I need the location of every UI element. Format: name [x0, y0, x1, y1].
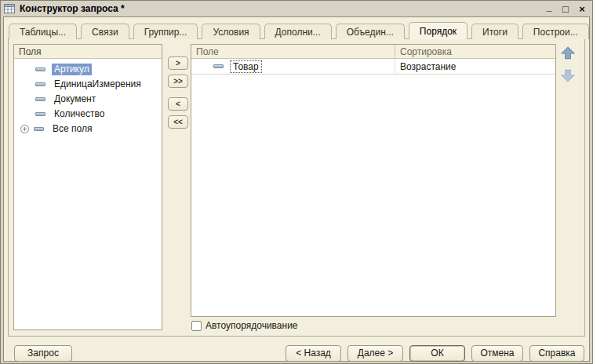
tab-conditions[interactable]: Условия	[202, 24, 260, 39]
move-right-all-button[interactable]: >>	[168, 75, 188, 88]
next-button[interactable]: Далее >	[347, 345, 403, 362]
tab-tables[interactable]: Таблицы...	[9, 24, 77, 39]
arrow-up-icon	[562, 47, 574, 58]
tab-totals[interactable]: Итоги	[471, 24, 518, 39]
maximize-icon[interactable]: □	[560, 3, 571, 15]
order-field-value: Товар	[230, 60, 262, 73]
title-bar: Конструктор запроса * _ □ ×	[1, 1, 592, 16]
field-icon	[35, 67, 45, 71]
order-sort-cell[interactable]: Возрастание	[395, 61, 555, 72]
tab-unions[interactable]: Объедин...	[336, 24, 405, 39]
footer-right-group: < Назад Далее > ОК Отмена Справка	[286, 345, 584, 362]
auto-order-checkbox[interactable]	[191, 321, 202, 331]
footer-bar: Запрос < Назад Далее > ОК Отмена Справка	[14, 345, 584, 362]
close-icon[interactable]: ×	[577, 3, 588, 15]
expand-plus-icon[interactable]	[20, 125, 29, 133]
column-header-field: Поле	[191, 45, 395, 58]
query-button[interactable]: Запрос	[14, 345, 72, 362]
table-row[interactable]: Товар Возрастание	[191, 59, 555, 75]
query-designer-icon	[4, 3, 16, 14]
field-icon	[35, 97, 45, 101]
auto-order-label[interactable]: Автоупорядочивание	[206, 320, 298, 331]
fields-panel: Поля Артикул ЕдиницаИзмерения Документ	[13, 44, 162, 330]
order-field-cell[interactable]: Товар	[191, 59, 395, 74]
list-item-kolichestvo[interactable]: Количество	[14, 107, 162, 122]
move-up-button[interactable]	[560, 46, 576, 61]
tab-additional[interactable]: Дополни...	[264, 24, 332, 39]
list-item-artikul[interactable]: Артикул	[14, 62, 162, 77]
back-button[interactable]: < Назад	[286, 345, 341, 362]
field-icon	[35, 112, 45, 116]
dialog-client-area: Таблицы... Связи Группир... Условия Допо…	[3, 16, 590, 362]
window-title: Конструктор запроса *	[20, 3, 125, 14]
arrow-down-icon	[562, 70, 574, 81]
column-header-sort: Сортировка	[395, 45, 555, 58]
tab-order[interactable]: Порядок	[409, 22, 467, 39]
move-left-button[interactable]: <	[168, 97, 188, 111]
field-icon	[213, 64, 224, 68]
ok-button[interactable]: ОК	[409, 345, 465, 362]
minimize-icon[interactable]: _	[544, 3, 555, 15]
field-icon	[35, 82, 45, 86]
list-item-vse-polya[interactable]: Все поля	[14, 122, 162, 136]
help-button[interactable]: Справка	[529, 345, 584, 362]
fields-panel-header: Поля	[14, 45, 162, 59]
tab-page-order: Поля Артикул ЕдиницаИзмерения Документ	[8, 38, 585, 337]
field-icon	[34, 127, 44, 131]
cancel-button[interactable]: Отмена	[471, 345, 523, 362]
tab-links[interactable]: Связи	[81, 24, 129, 39]
order-table: Поле Сортировка Товар Возрастание	[191, 44, 556, 317]
auto-order-row: Автоупорядочивание	[191, 320, 298, 331]
tab-builder[interactable]: Построи...	[522, 24, 589, 39]
order-table-header: Поле Сортировка	[191, 45, 555, 59]
move-right-button[interactable]: >	[168, 56, 188, 70]
window-controls: _ □ ×	[544, 3, 588, 15]
query-designer-window: Конструктор запроса * _ □ × Таблицы... С…	[0, 0, 593, 364]
move-down-button[interactable]	[560, 67, 576, 83]
list-item-edinica[interactable]: ЕдиницаИзмерения	[14, 77, 162, 92]
tab-bar: Таблицы... Связи Группир... Условия Допо…	[9, 22, 593, 39]
move-left-all-button[interactable]: <<	[168, 115, 188, 129]
order-sort-value: Возрастание	[400, 61, 456, 72]
fields-tree: Артикул ЕдиницаИзмерения Документ Количе…	[14, 59, 162, 329]
list-item-dokument[interactable]: Документ	[14, 92, 162, 107]
tab-grouping[interactable]: Группир...	[133, 24, 198, 39]
